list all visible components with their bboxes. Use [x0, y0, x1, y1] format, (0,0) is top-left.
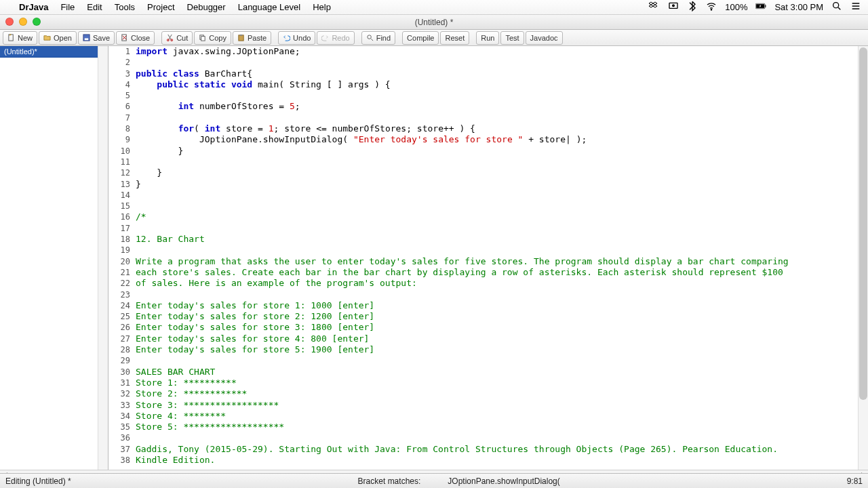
dropbox-icon[interactable] [649, 1, 660, 14]
sidebar-scrollbar[interactable] [98, 46, 108, 485]
svg-rect-9 [85, 38, 89, 40]
code-area[interactable]: import javax.swing.JOptionPane; public c… [134, 46, 868, 466]
reset-button[interactable]: Reset [440, 31, 469, 45]
line-number-gutter: 1234567891011121314151617181920212223242… [108, 46, 134, 466]
test-button[interactable]: Test [500, 31, 524, 45]
paste-button[interactable]: Paste [233, 31, 271, 45]
svg-rect-16 [240, 35, 243, 36]
mac-menubar: DrJava File Edit Tools Project Debugger … [0, 0, 868, 15]
new-button[interactable]: New [3, 31, 37, 45]
spotlight-icon[interactable] [831, 1, 842, 14]
window-title: (Untitled) * [415, 18, 454, 27]
svg-rect-15 [239, 35, 243, 41]
menu-language-level[interactable]: Language Level [238, 2, 301, 12]
menu-help[interactable]: Help [313, 2, 331, 12]
open-button[interactable]: Open [39, 31, 77, 45]
compile-button[interactable]: Compile [402, 31, 439, 45]
menu-debugger[interactable]: Debugger [187, 2, 226, 12]
cut-button[interactable]: Cut [161, 31, 193, 45]
screen-icon[interactable] [668, 1, 679, 14]
menu-tools[interactable]: Tools [115, 2, 135, 12]
copy-button[interactable]: Copy [194, 31, 231, 45]
menu-file[interactable]: File [60, 2, 75, 12]
battery-percent: 100% [725, 2, 747, 12]
toolbar: New Open Save Close Cut Copy Paste Undo … [0, 30, 868, 46]
clock[interactable]: Sat 3:00 PM [774, 2, 823, 12]
svg-rect-5 [766, 5, 766, 7]
menu-project[interactable]: Project [147, 2, 174, 12]
sidebar-file-item[interactable]: (Untitled)* [0, 46, 108, 58]
run-button[interactable]: Run [476, 31, 499, 45]
close-window-button[interactable] [5, 18, 14, 26]
zoom-window-button[interactable] [33, 18, 41, 26]
bluetooth-icon[interactable] [687, 1, 698, 14]
svg-point-6 [833, 3, 839, 8]
file-sidebar: (Untitled)* [0, 46, 108, 485]
app-name[interactable]: DrJava [19, 2, 48, 12]
menu-edit[interactable]: Edit [87, 2, 102, 12]
scrollbar-thumb[interactable] [859, 47, 867, 400]
minimize-window-button[interactable] [19, 18, 27, 26]
menu-icon[interactable] [850, 1, 861, 14]
status-left: Editing (Untitled) * [5, 476, 71, 486]
undo-button[interactable]: Undo [278, 31, 315, 45]
find-button[interactable]: Find [361, 31, 395, 45]
svg-point-11 [167, 39, 170, 41]
status-bracket-value: JOptionPane.showInputDialog( [448, 476, 559, 486]
svg-point-12 [171, 39, 173, 41]
svg-point-1 [673, 5, 675, 7]
svg-point-2 [711, 9, 712, 10]
save-button[interactable]: Save [78, 31, 115, 45]
svg-point-17 [368, 35, 372, 39]
battery-icon[interactable] [755, 1, 766, 14]
status-cursor-position: 9:81 [847, 476, 863, 486]
close-button[interactable]: Close [116, 31, 155, 45]
svg-rect-14 [201, 37, 205, 41]
redo-button[interactable]: Redo [317, 31, 354, 45]
code-editor[interactable]: 1234567891011121314151617181920212223242… [108, 46, 868, 485]
status-bar: Editing (Untitled) * Bracket matches: JO… [0, 473, 868, 488]
traffic-lights [5, 18, 41, 26]
editor-vertical-scrollbar[interactable] [858, 46, 868, 485]
work-area: (Untitled)* 1234567891011121314151617181… [0, 46, 868, 485]
javadoc-button[interactable]: Javadoc [526, 31, 563, 45]
status-bracket-label: Bracket matches: [358, 476, 421, 486]
svg-rect-7 [9, 35, 13, 41]
wifi-icon[interactable] [706, 1, 717, 14]
window-titlebar: (Untitled) * [0, 15, 868, 30]
